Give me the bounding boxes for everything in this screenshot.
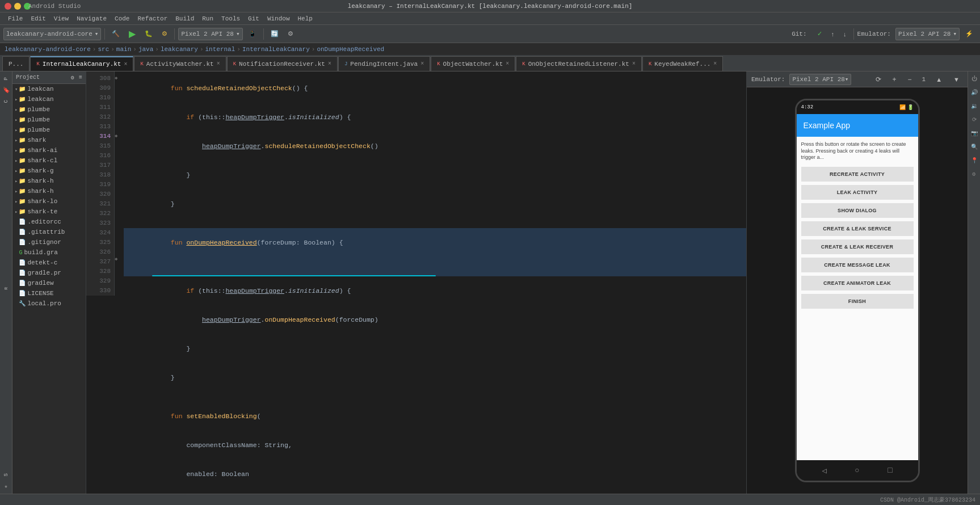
menu-view[interactable]: View bbox=[51, 14, 72, 23]
emulator-zoom-out-btn[interactable]: − bbox=[905, 73, 915, 86]
device-dropdown[interactable]: Pixel 2 API 28 ▾ bbox=[178, 28, 242, 40]
tree-item-gradlew[interactable]: ▸ 📄 gradlew bbox=[12, 278, 86, 288]
tree-item-buildgradle[interactable]: ▸ G build.gra bbox=[12, 247, 86, 258]
phone-btn-create-leak-receiver[interactable]: CREATE & LEAK RECEIVER bbox=[801, 239, 914, 254]
right-icon-vol-down[interactable]: 🔉 bbox=[969, 101, 979, 111]
phone-btn-create-message-leak[interactable]: CREATE MESSAGE LEAK bbox=[801, 258, 914, 272]
breadcrumb-method[interactable]: onDumpHeapReceived bbox=[317, 46, 384, 53]
avd-manager-button[interactable]: 📱 bbox=[245, 27, 260, 41]
menu-edit[interactable]: Edit bbox=[27, 14, 49, 23]
tree-item-gradlepr[interactable]: ▸ 📄 gradle.pr bbox=[12, 268, 86, 278]
close-button[interactable] bbox=[5, 3, 11, 10]
tree-item-gitignore[interactable]: ▸ 📄 .gitignor bbox=[12, 237, 86, 247]
tab-close-pendingintent[interactable]: × bbox=[420, 61, 424, 67]
git-pull-button[interactable]: ↓ bbox=[840, 27, 850, 41]
tree-item-shark-h1[interactable]: ▸ 📁 shark-h bbox=[12, 176, 86, 186]
sync-button[interactable]: 🔄 bbox=[267, 27, 282, 41]
phone-btn-recreate-activity[interactable]: RECREATE ACTIVITY bbox=[801, 167, 914, 182]
project-dropdown[interactable]: leakcanary-android-core ▾ bbox=[3, 28, 101, 40]
right-icon-vol-up[interactable]: 🔊 bbox=[969, 87, 979, 98]
menu-file[interactable]: File bbox=[5, 14, 26, 23]
phone-btn-finish[interactable]: FINISH bbox=[801, 294, 914, 309]
tab-notificationreceiver[interactable]: K NotificationReceiver.kt × bbox=[227, 56, 338, 71]
git-commit-button[interactable]: ✓ bbox=[814, 27, 826, 41]
sidebar-icon-structure[interactable]: S bbox=[1, 470, 11, 480]
tree-item-shark-ai[interactable]: ▸ 📁 shark-ai bbox=[12, 145, 86, 155]
tree-item-shark-g[interactable]: ▸ 📁 shark-g bbox=[12, 166, 86, 176]
breadcrumb-leakcanary[interactable]: leakcanary bbox=[161, 46, 198, 53]
tab-close-objectwatcher[interactable]: × bbox=[506, 61, 509, 67]
right-icon-rotate[interactable]: ⟳ bbox=[969, 115, 979, 125]
emulator-up-btn[interactable]: ▲ bbox=[932, 73, 945, 86]
menu-tools[interactable]: Tools bbox=[218, 14, 243, 23]
emulator-device-dropdown[interactable]: Pixel 2 API 28 ▾ bbox=[895, 28, 960, 40]
git-push-button[interactable]: ↑ bbox=[828, 27, 838, 41]
code-content[interactable]: fun scheduleRetainedObjectCheck() { if (… bbox=[115, 71, 746, 494]
phone-nav-recent[interactable]: □ bbox=[888, 466, 892, 475]
tree-item-editorcc[interactable]: ▸ 📄 .editorcc bbox=[12, 217, 86, 227]
attach-debugger-button[interactable]: ⚙ bbox=[158, 27, 171, 41]
breadcrumb-java[interactable]: java bbox=[138, 46, 153, 53]
tree-item-shark-cl[interactable]: ▸ 📁 shark-cl bbox=[12, 155, 86, 166]
right-icon-zoom[interactable]: 🔍 bbox=[969, 142, 979, 152]
emulator-toolbar-dropdown[interactable]: Pixel 2 API 28 ▾ bbox=[789, 74, 851, 85]
emulator-zoom-in-btn[interactable]: + bbox=[889, 73, 900, 86]
tab-close-activitywatcher[interactable]: × bbox=[217, 61, 220, 67]
tab-close-keyedweakref[interactable]: × bbox=[713, 61, 717, 67]
tree-item-leakcanary-core[interactable]: ▾ 📁 leakcan bbox=[12, 84, 86, 94]
menu-help[interactable]: Help bbox=[295, 14, 316, 23]
tab-keyedweakref[interactable]: K KeyedWeakRef... × bbox=[642, 56, 723, 71]
tab-activitywatcher[interactable]: K ActivityWatcher.kt × bbox=[134, 56, 226, 71]
minimize-button[interactable] bbox=[14, 3, 21, 10]
build-button[interactable]: 🔨 bbox=[108, 27, 123, 41]
sidebar-icon-commit[interactable]: C bbox=[1, 96, 11, 107]
sidebar-icon-bookmark[interactable]: 🔖 bbox=[1, 85, 11, 95]
breadcrumb-main[interactable]: main bbox=[116, 46, 131, 53]
tab-objectwatcher[interactable]: K ObjectWatcher.kt × bbox=[431, 56, 515, 71]
tree-item-shark[interactable]: ▸ 📁 shark bbox=[12, 135, 86, 145]
sidebar-icon-resource-manager[interactable]: R bbox=[1, 283, 11, 293]
tab-close-notificationreceiver[interactable]: × bbox=[328, 61, 331, 67]
sidebar-icon-favorites[interactable]: ★ bbox=[1, 481, 11, 491]
project-panel-settings-icon[interactable]: ⚙ bbox=[71, 74, 74, 81]
sidebar-icon-project[interactable]: P bbox=[1, 74, 11, 84]
breadcrumb-class[interactable]: InternalLeakCanary bbox=[242, 46, 310, 53]
phone-btn-create-animator-leak[interactable]: CREATE ANIMATOR LEAK bbox=[801, 276, 914, 291]
right-icon-settings[interactable]: ⚙ bbox=[969, 169, 979, 179]
run-button[interactable]: ▶ bbox=[125, 27, 139, 41]
tree-item-localpro[interactable]: ▸ 🔧 local.pro bbox=[12, 298, 86, 309]
right-icon-screenshot[interactable]: 📷 bbox=[969, 128, 979, 138]
right-icon-location[interactable]: 📍 bbox=[969, 155, 979, 166]
breadcrumb-src[interactable]: src bbox=[98, 46, 109, 53]
tab-pendingintent[interactable]: J PendingIntent.java × bbox=[338, 56, 430, 71]
tree-item-plumbe-1[interactable]: ▸ 📁 plumbe bbox=[12, 104, 86, 115]
project-panel-collapse-icon[interactable]: ≡ bbox=[79, 74, 82, 81]
emulator-power-button[interactable]: ⚡ bbox=[962, 27, 977, 41]
menu-navigate[interactable]: Navigate bbox=[73, 14, 110, 23]
tree-item-plumbe-3[interactable]: ▸ 📁 plumbe bbox=[12, 125, 86, 135]
phone-btn-leak-activity[interactable]: LEAK ACTIVITY bbox=[801, 185, 914, 200]
tree-item-license[interactable]: ▸ 📄 LICENSE bbox=[12, 288, 86, 298]
phone-nav-home[interactable]: ○ bbox=[855, 466, 859, 475]
tree-item-detekt[interactable]: ▸ 📄 detekt-c bbox=[12, 258, 86, 268]
tree-item-shark-lo[interactable]: ▸ 📁 shark-lo bbox=[12, 196, 86, 207]
menu-window[interactable]: Window bbox=[264, 14, 293, 23]
tab-internalleakcanary[interactable]: K InternalLeakCanary.kt × bbox=[30, 56, 133, 71]
menu-build[interactable]: Build bbox=[172, 14, 197, 23]
menu-run[interactable]: Run bbox=[199, 14, 217, 23]
phone-btn-create-leak-service[interactable]: CREATE & LEAK SERVICE bbox=[801, 221, 914, 236]
tab-close-internalleakcanary[interactable]: × bbox=[124, 61, 127, 68]
tree-item-gitattrib[interactable]: ▸ 📄 .gitattrib bbox=[12, 227, 86, 237]
phone-btn-show-dialog[interactable]: SHOW DIALOG bbox=[801, 203, 914, 218]
tree-item-leakcanary-2[interactable]: ▸ 📁 leakcan bbox=[12, 94, 86, 104]
menu-git[interactable]: Git bbox=[245, 14, 263, 23]
menu-refactor[interactable]: Refactor bbox=[134, 14, 171, 23]
debug-button[interactable]: 🐛 bbox=[141, 27, 156, 41]
tab-close-onobjectretained[interactable]: × bbox=[632, 61, 636, 67]
phone-nav-back[interactable]: ◁ bbox=[822, 466, 826, 475]
tab-project[interactable]: P... bbox=[2, 56, 30, 71]
tab-onobjectretained[interactable]: K OnObjectRetainedListener.kt × bbox=[516, 56, 642, 71]
breadcrumb-internal[interactable]: internal bbox=[205, 46, 235, 53]
breadcrumb-root[interactable]: leakcanary-android-core bbox=[5, 46, 91, 53]
emulator-sync-btn[interactable]: ⟳ bbox=[872, 73, 885, 86]
